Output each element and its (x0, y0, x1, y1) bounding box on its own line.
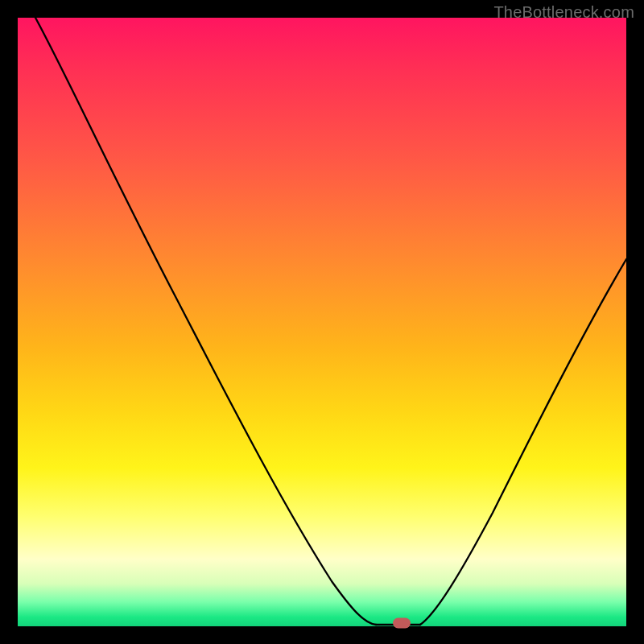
chart-frame: TheBottleneck.com (0, 0, 644, 644)
bottleneck-curve (18, 18, 626, 626)
watermark-text: TheBottleneck.com (493, 3, 634, 22)
optimum-marker (393, 618, 411, 629)
plot-area (18, 18, 626, 626)
